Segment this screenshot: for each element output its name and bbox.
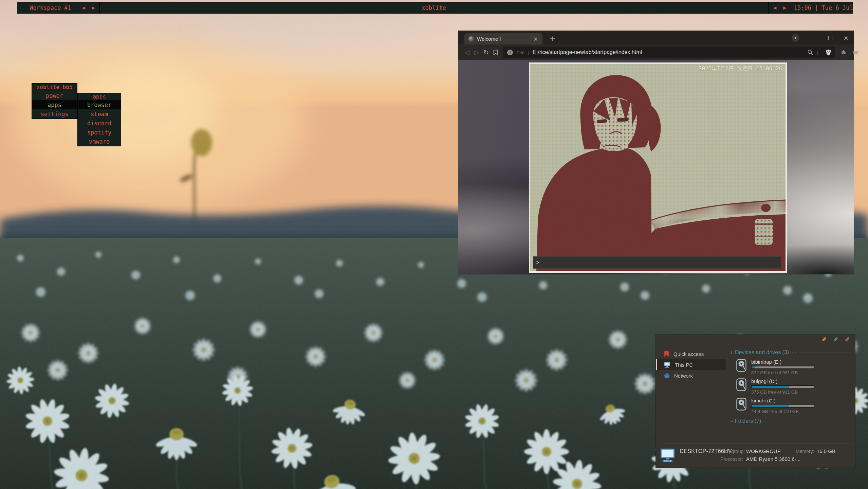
workgroup-value: WORKGROUP [746, 448, 796, 454]
tab-favicon-icon [468, 36, 474, 42]
close-button[interactable]: × [838, 31, 854, 44]
drive-free-space: 375 GB free of 931 GB [751, 390, 814, 395]
reload-button[interactable]: ↻ [481, 49, 491, 56]
tab-search-button[interactable]: ▾ [792, 34, 799, 42]
computer-monitor-icon [660, 448, 676, 463]
tray-prev-button[interactable]: ◀ [773, 5, 776, 10]
dotted-rule [764, 421, 850, 421]
collapse-arrow-icon[interactable]: ↓ [730, 350, 735, 355]
submenu-item-discord[interactable]: discord [78, 119, 121, 128]
urlbar-separator: | [817, 50, 818, 55]
drive-item-bulgogi[interactable]: bulgogi (D:) 375 GB free of 931 GB [736, 378, 852, 395]
hard-drive-icon [736, 398, 746, 411]
desktop: Workspace #1 ◀ ▶ xoblite ◀ ▶ 15:06 | Tue… [0, 0, 868, 489]
folders-header-label: Folders (7) [735, 418, 761, 424]
drive-usage-fill [752, 386, 789, 388]
drive-free-space: 44.8 GB free of 110 GB [751, 409, 814, 414]
menu-items: power apps settings [32, 91, 77, 119]
explorer-sidebar: Quick access This PC [656, 348, 726, 381]
drive-item-kimchi[interactable]: kimchi (C:) 44.8 GB free of 110 GB [736, 398, 852, 414]
minimize-button[interactable]: – [807, 31, 823, 44]
drive-free-space: 872 GB free of 931 GB [751, 370, 814, 375]
url-separator: | [528, 50, 529, 55]
drive-name: bibimbap (E:) [751, 359, 814, 365]
hard-drive-icon [736, 378, 746, 391]
tab-close-icon[interactable]: × [533, 36, 538, 42]
explorer-main-pane: ↓ Devices and drives (3) bibimbap (E:) 8… [726, 348, 852, 425]
drive-usage-fill [752, 405, 789, 407]
submenu-item-browser[interactable]: browser [78, 100, 121, 109]
devices-header-label: Devices and drives (3) [735, 349, 789, 356]
computer-name: DESKTOP-72T66HV [680, 448, 720, 454]
startpage-artwork [530, 64, 786, 271]
browser-titlebar[interactable]: Welcome ! × + ▾ – □ × [458, 31, 854, 44]
drive-usage-bar [751, 385, 814, 388]
url-text[interactable]: E:/rice/startpage-newtab/startpage/index… [533, 49, 803, 55]
sidebar-item-network[interactable]: Network [656, 370, 726, 381]
page-info-icon[interactable]: ! [507, 50, 513, 55]
taskbar-title-cell[interactable]: xoblite [100, 2, 769, 13]
menu-item-settings[interactable]: settings [32, 109, 77, 119]
drive-name: kimchi (C:) [751, 398, 814, 404]
submenu-title: apps [77, 93, 121, 100]
clock: 15:06 | Tue 6 Jul [794, 4, 853, 11]
folders-section-header[interactable]: → Folders (7) [726, 417, 852, 425]
memory-label: Memory: [796, 449, 817, 454]
workspace-next-button[interactable]: ▶ [92, 5, 95, 10]
explorer-window-controls [822, 338, 850, 340]
submenu-item-spotify[interactable]: spotify [78, 128, 121, 137]
expand-arrow-icon[interactable]: → [730, 419, 735, 423]
file-explorer-window: Quick access This PC [655, 334, 855, 468]
apps-submenu: apps browser steam discord spotify vmwar… [77, 93, 121, 146]
browser-toolbar: ◁ ▷ ↻ ! File | E:/rice/startpage-newtab/… [458, 44, 854, 60]
browser-viewport: 2021年7月6日 火曜日 15:06:26 [458, 60, 854, 274]
extensions-puzzle-icon[interactable] [841, 49, 847, 56]
search-icon[interactable] [807, 49, 813, 55]
sidebar-label: Network [674, 373, 693, 379]
url-bar[interactable]: ! File | E:/rice/startpage-newtab/startp… [503, 47, 835, 58]
devices-section-header[interactable]: ↓ Devices and drives (3) [726, 348, 852, 357]
explorer-minimize-pencil-icon[interactable] [822, 337, 827, 342]
processor-value: AMD Ryzen 5 3600 6-... [746, 456, 796, 462]
maximize-button[interactable]: □ [823, 31, 838, 44]
taskbar-title: xoblite [422, 4, 446, 11]
quick-access-ribbon-icon [664, 351, 669, 357]
bookmark-icon[interactable] [491, 50, 500, 55]
taskbar: Workspace #1 ◀ ▶ xoblite ◀ ▶ 15:06 | Tue… [17, 2, 853, 14]
network-globe-icon [664, 373, 670, 379]
processor-label: Processor: [720, 456, 746, 462]
sidebar-item-quick-access[interactable]: Quick access [656, 348, 726, 359]
dotted-rule [792, 352, 850, 353]
menu-hamburger-icon[interactable]: ≡ [851, 48, 860, 56]
sidebar-item-this-pc[interactable]: This PC [656, 359, 726, 370]
drive-usage-fill [752, 366, 755, 368]
new-tab-button[interactable]: + [547, 33, 558, 44]
startpage-command-input[interactable]: > [533, 256, 781, 269]
xoblite-root-menu: xoblite bb5 power apps settings [32, 83, 77, 119]
menu-item-apps[interactable]: apps [32, 100, 77, 109]
hard-drive-icon [736, 359, 746, 372]
back-button[interactable]: ◁ [462, 49, 472, 56]
submenu-item-vmware[interactable]: vmware [78, 137, 121, 146]
window-controls: – □ × [807, 31, 854, 44]
tray-next-button[interactable]: ▶ [783, 5, 786, 10]
drive-name: bulgogi (D:) [751, 378, 814, 384]
explorer-computer-info: DESKTOP-72T66HV Workgroup: WORKGROUP Mem… [659, 443, 852, 463]
this-pc-monitor-icon [664, 362, 670, 368]
taskbar-clock-cell: ◀ ▶ 15:06 | Tue 6 Jul [769, 2, 853, 13]
browser-tab[interactable]: Welcome ! × [464, 33, 542, 44]
explorer-close-pencil-icon[interactable] [845, 337, 850, 342]
url-scheme-label: File [516, 50, 524, 55]
startpage-panel: 2021年7月6日 火曜日 15:06:26 [529, 62, 787, 273]
forward-button[interactable]: ▷ [472, 49, 481, 56]
drive-usage-bar [751, 405, 814, 408]
taskbar-workspace-cell[interactable]: Workspace #1 ◀ ▶ [17, 2, 100, 13]
sidebar-label: This PC [675, 362, 693, 368]
menu-item-power[interactable]: power [32, 91, 77, 100]
drive-item-bibimbap[interactable]: bibimbap (E:) 872 GB free of 931 GB [736, 359, 852, 375]
submenu-item-steam[interactable]: steam [78, 109, 121, 119]
brave-shield-icon[interactable] [826, 49, 831, 56]
explorer-maximize-pencil-icon[interactable] [833, 337, 838, 342]
prompt-caret: > [536, 259, 539, 266]
workspace-prev-button[interactable]: ◀ [82, 5, 85, 10]
